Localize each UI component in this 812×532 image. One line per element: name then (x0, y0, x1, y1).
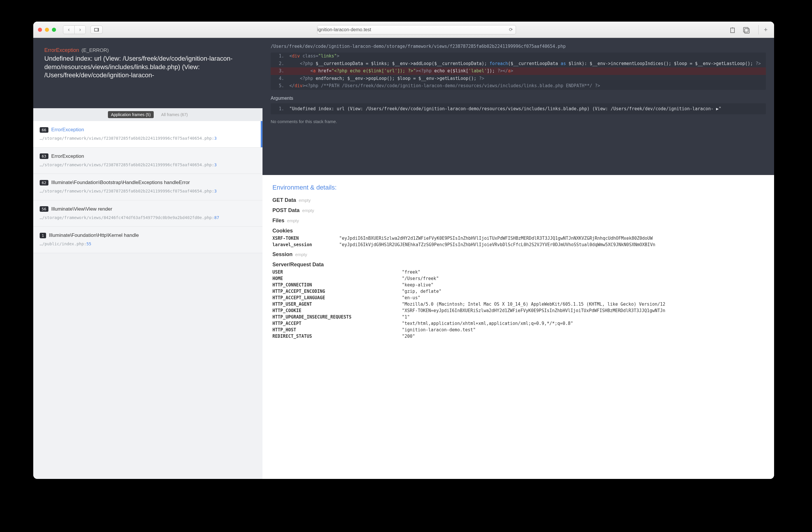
new-tab-button[interactable]: + (758, 25, 769, 34)
error-level: (E_ERROR) (82, 47, 109, 53)
share-icon[interactable] (730, 27, 737, 33)
frame-path: …/storage/framework/views/f238787285fa6b… (40, 188, 256, 194)
stack-frame[interactable]: 66 ErrorException …/storage/framework/vi… (33, 121, 262, 147)
frame-name: ErrorException (51, 127, 84, 133)
server-row: USER"freek" (272, 270, 764, 275)
server-row: REDIRECT_STATUS"200" (272, 334, 764, 339)
toolbar-right: + (730, 25, 769, 34)
no-comments-label: No comments for this stack frame. (271, 119, 766, 124)
server-row: HTTP_USER_AGENT"Mozilla/5.0 (Macintosh; … (272, 302, 764, 307)
frame-number: 63 (40, 154, 48, 159)
arguments-list: 1."Undefined index: url (View: /Users/fr… (271, 103, 766, 114)
code-line: 5.</div><?php /**PATH /Users/freek/dev/c… (271, 82, 766, 90)
server-row: HOME"/Users/freek" (272, 276, 764, 281)
frame-path: …/storage/framework/views/f238787285fa6b… (40, 135, 256, 142)
nav-buttons: ‹ › (63, 25, 86, 34)
section-get: GET Data empty (272, 197, 764, 203)
sidebar-toggle-button[interactable] (90, 26, 103, 34)
server-row: HTTP_COOKIE"XSRF-TOKEN=eyJpdiI6InBXUERiS… (272, 308, 764, 313)
server-row: HTTP_HOST"ignition-laracon-demo.test" (272, 327, 764, 332)
server-row: HTTP_ACCEPT"text/html,application/xhtml+… (272, 321, 764, 326)
back-button[interactable]: ‹ (63, 26, 74, 34)
maximize-window-icon[interactable] (52, 28, 56, 32)
window-controls (38, 28, 56, 32)
main-column: /Users/freek/dev/code/ignition-laracon-d… (262, 38, 774, 479)
server-list: USER"freek"HOME"/Users/freek"HTTP_CONNEC… (272, 270, 764, 339)
server-row: HTTP_UPGRADE_INSECURE_REQUESTS"1" (272, 314, 764, 320)
code-file-path: /Users/freek/dev/code/ignition-laracon-d… (271, 44, 766, 49)
details-pane: Environment & details: GET Data empty PO… (262, 175, 774, 479)
code-pane: /Users/freek/dev/code/ignition-laracon-d… (262, 38, 774, 175)
frame-number: 1 (40, 233, 46, 238)
frame-number: 66 (40, 127, 48, 133)
cookies-list: XSRF-TOKEN"eyJpdiI6InBXUERiSzlwa2dHY2d1Z… (272, 236, 764, 247)
browser-toolbar: ‹ › ignition-laracon-demo.test ⟳ + (33, 21, 774, 38)
browser-window: ‹ › ignition-laracon-demo.test ⟳ + (33, 21, 774, 479)
code-line: 1.<div class="links"> (271, 53, 766, 60)
minimize-window-icon[interactable] (45, 28, 49, 32)
frame-path: …/public/index.php:55 (40, 241, 256, 247)
stack-sidebar: ErrorException (E_ERROR) Undefined index… (33, 38, 262, 479)
frame-name: Illuminate\Foundation\Http\Kernel handle (49, 232, 139, 238)
frame-number: 62 (40, 180, 48, 186)
cookie-row: XSRF-TOKEN"eyJpdiI6InBXUERiSzlwa2dHY2d1Z… (272, 236, 764, 241)
frame-number: 56 (40, 206, 48, 212)
code-line: 3. <a href="<?php echo e($link['url']); … (271, 67, 766, 75)
tab-app-frames[interactable]: Application frames (5) (108, 111, 154, 118)
frame-name: ErrorException (51, 154, 84, 159)
code-block: 1.<div class="links">2. <?php $__current… (271, 53, 766, 90)
error-header: ErrorException (E_ERROR) Undefined index… (33, 38, 262, 108)
reload-icon[interactable]: ⟳ (509, 27, 513, 32)
frame-name: Illuminate\Foundation\Bootstrap\HandleEx… (51, 180, 190, 186)
arguments-block: Arguments 1."Undefined index: url (View:… (271, 96, 766, 114)
stack-frame[interactable]: 62 Illuminate\Foundation\Bootstrap\Handl… (33, 174, 262, 200)
section-cookies: Cookies (272, 228, 764, 234)
server-row: HTTP_ACCEPT_LANGUAGE"en-us" (272, 295, 764, 300)
frame-path: …/storage/framework/views/84246fc474df63… (40, 215, 256, 221)
server-row: HTTP_CONNECTION"keep-alive" (272, 282, 764, 288)
address-bar[interactable]: ignition-laracon-demo.test ⟳ (317, 25, 516, 34)
tabs-overview-icon[interactable] (743, 27, 749, 32)
cookie-row: laravel_session"eyJpdiI6IkVjdG9HS1R2UGJE… (272, 242, 764, 247)
address-text: ignition-laracon-demo.test (317, 27, 371, 32)
argument-line: 1."Undefined index: url (View: /Users/fr… (271, 106, 766, 112)
stack-frame[interactable]: 63 ErrorException …/storage/framework/vi… (33, 147, 262, 174)
screenshot-frame: ‹ › ignition-laracon-demo.test ⟳ + (0, 0, 812, 532)
close-window-icon[interactable] (38, 28, 42, 32)
server-row: HTTP_ACCEPT_ENCODING"gzip, deflate" (272, 289, 764, 294)
code-line: 4. <?php endforeach; $__env->popLoop(); … (271, 75, 766, 83)
section-post: POST Data empty (272, 207, 764, 214)
error-class: ErrorException (44, 47, 79, 53)
page-content: ErrorException (E_ERROR) Undefined index… (33, 38, 774, 479)
sidebar-icon (94, 28, 99, 31)
details-title: Environment & details: (272, 184, 764, 191)
section-session: Session empty (272, 251, 764, 258)
error-message: Undefined index: url (View: /Users/freek… (44, 55, 251, 101)
stack-frame[interactable]: 1 Illuminate\Foundation\Http\Kernel hand… (33, 227, 262, 253)
frames-list: 66 ErrorException …/storage/framework/vi… (33, 121, 262, 479)
frame-path: …/storage/framework/views/f238787285fa6b… (40, 162, 256, 168)
tab-all-frames[interactable]: All frames (67) (161, 112, 188, 117)
frame-name: Illuminate\View\View render (51, 206, 112, 212)
forward-button[interactable]: › (74, 26, 85, 34)
code-line: 2. <?php $__currentLoopData = $links; $_… (271, 60, 766, 68)
error-class-row: ErrorException (E_ERROR) (44, 47, 251, 53)
section-server: Server/Request Data (272, 262, 764, 268)
section-files: Files empty (272, 218, 764, 224)
arguments-label: Arguments (271, 96, 766, 101)
frames-tabs: Application frames (5) All frames (67) (33, 108, 262, 121)
stack-frame[interactable]: 56 Illuminate\View\View render …/storage… (33, 200, 262, 227)
